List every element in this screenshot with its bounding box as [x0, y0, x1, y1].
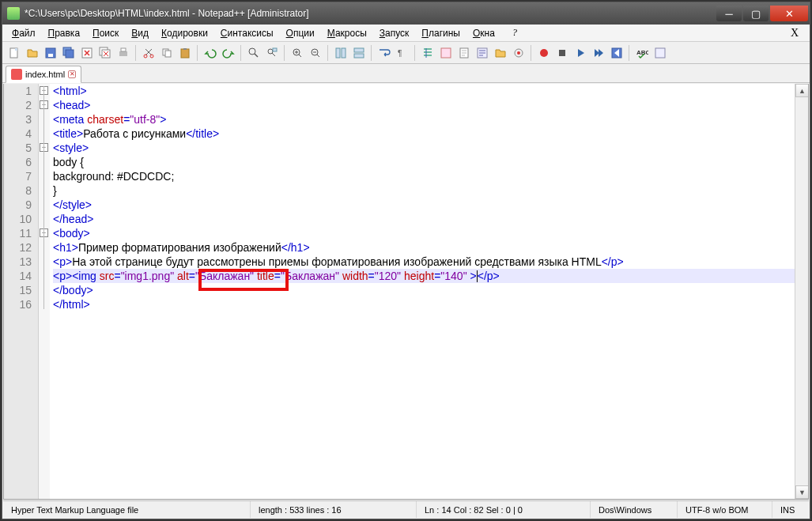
- menu-view[interactable]: Вид: [125, 26, 155, 40]
- sync-h-icon[interactable]: [350, 44, 367, 61]
- svg-text:¶: ¶: [398, 49, 402, 58]
- settings-icon[interactable]: [651, 44, 668, 61]
- statusbar: Hyper Text Markup Language file length :…: [3, 500, 809, 518]
- line-number-gutter: 12345678910111213141516: [4, 84, 39, 499]
- save-icon[interactable]: [42, 44, 59, 61]
- menu-edit[interactable]: Правка: [42, 26, 87, 40]
- play-multi-icon[interactable]: [590, 44, 606, 61]
- close-all-icon[interactable]: [96, 44, 113, 61]
- tabstrip: index.html ✕: [2, 64, 810, 83]
- svg-rect-14: [165, 51, 171, 57]
- copy-icon[interactable]: [158, 44, 175, 61]
- status-position: Ln : 14 Col : 82 Sel : 0 | 0: [417, 501, 591, 518]
- svg-rect-33: [559, 50, 565, 56]
- replace-icon[interactable]: [263, 44, 280, 61]
- sync-v-icon[interactable]: [332, 44, 349, 61]
- doc-map-icon[interactable]: [455, 44, 472, 61]
- svg-point-31: [517, 51, 520, 55]
- svg-rect-3: [48, 54, 53, 57]
- svg-rect-15: [181, 49, 189, 58]
- menu-settings[interactable]: Опции: [280, 26, 321, 40]
- status-eol: Dos\Windows: [591, 501, 678, 518]
- file-modified-icon: [11, 69, 22, 80]
- save-macro-icon[interactable]: [608, 44, 625, 61]
- svg-point-17: [249, 48, 255, 55]
- menu-plugins[interactable]: Плагины: [415, 26, 466, 40]
- editor[interactable]: 12345678910111213141516 −−−− <html><head…: [3, 84, 809, 500]
- svg-rect-5: [66, 50, 74, 58]
- tab-label: index.html: [25, 70, 65, 79]
- svg-rect-16: [183, 48, 187, 50]
- titlebar: *C:\Users\pc\Desktop\HTML\index.html - N…: [2, 2, 810, 25]
- window-title: *C:\Users\pc\Desktop\HTML\index.html - N…: [25, 8, 716, 19]
- menu-x-icon[interactable]: X: [783, 25, 806, 41]
- minimize-button[interactable]: ─: [716, 6, 742, 21]
- zoom-out-icon[interactable]: [307, 44, 323, 61]
- play-icon[interactable]: [572, 44, 588, 61]
- tab-index-html[interactable]: index.html ✕: [6, 66, 81, 83]
- svg-rect-23: [342, 48, 346, 58]
- find-icon[interactable]: [245, 44, 262, 61]
- code-area[interactable]: <html><head><meta charset="utf-8"><title…: [50, 84, 808, 499]
- svg-rect-36: [655, 48, 665, 58]
- wrap-icon[interactable]: [376, 44, 392, 61]
- svg-rect-10: [121, 48, 126, 51]
- toolbar: ¶ ABC: [2, 42, 810, 64]
- svg-rect-25: [354, 54, 364, 58]
- spellcheck-icon[interactable]: ABC: [633, 44, 650, 61]
- indent-guide-icon[interactable]: [419, 44, 436, 61]
- menu-file[interactable]: Файл: [6, 26, 42, 40]
- svg-point-32: [540, 49, 548, 57]
- menubar: Файл Правка Поиск Вид Кодировки Синтакси…: [2, 25, 810, 42]
- svg-rect-22: [336, 48, 340, 58]
- status-language: Hyper Text Markup Language file: [3, 501, 251, 518]
- status-insert-mode: INS: [772, 501, 809, 518]
- menu-run[interactable]: Запуск: [373, 26, 416, 40]
- fold-margin[interactable]: −−−−: [39, 84, 50, 499]
- close-file-icon[interactable]: [78, 44, 95, 61]
- zoom-in-icon[interactable]: [289, 44, 305, 61]
- tab-close-icon[interactable]: ✕: [68, 70, 76, 78]
- monitoring-icon[interactable]: [510, 44, 527, 61]
- undo-icon[interactable]: [202, 44, 218, 61]
- all-chars-icon[interactable]: ¶: [394, 44, 410, 61]
- vertical-scrollbar[interactable]: ▲ ▼: [795, 84, 808, 499]
- scroll-down-icon[interactable]: ▼: [795, 485, 809, 499]
- svg-rect-19: [273, 48, 277, 51]
- menu-encoding[interactable]: Кодировки: [155, 26, 214, 40]
- menu-help[interactable]: ?: [506, 25, 523, 40]
- menu-window[interactable]: Окна: [466, 26, 501, 40]
- menu-macro[interactable]: Макросы: [321, 26, 373, 40]
- new-file-icon[interactable]: [6, 44, 22, 61]
- status-encoding: UTF-8 w/o BOM: [678, 501, 772, 518]
- close-button[interactable]: ✕: [770, 6, 808, 21]
- open-file-icon[interactable]: [24, 44, 40, 61]
- paste-icon[interactable]: [176, 44, 193, 61]
- stop-icon[interactable]: [553, 44, 570, 61]
- cut-icon[interactable]: [140, 44, 157, 61]
- redo-icon[interactable]: [220, 44, 236, 61]
- print-icon[interactable]: [115, 44, 131, 61]
- menu-language[interactable]: Синтаксисы: [214, 26, 280, 40]
- scroll-up-icon[interactable]: ▲: [795, 84, 809, 97]
- svg-rect-24: [354, 48, 364, 52]
- svg-rect-9: [119, 51, 127, 56]
- func-list-icon[interactable]: [474, 44, 490, 61]
- svg-rect-1: [15, 48, 17, 51]
- menu-search[interactable]: Поиск: [86, 26, 125, 40]
- app-icon: [7, 7, 20, 20]
- record-icon[interactable]: [535, 44, 552, 61]
- maximize-button[interactable]: ▢: [743, 6, 769, 21]
- status-length: length : 533 lines : 16: [251, 501, 417, 518]
- folder-panel-icon[interactable]: [492, 44, 508, 61]
- svg-rect-27: [441, 48, 451, 58]
- save-all-icon[interactable]: [60, 44, 77, 61]
- ud-lang-icon[interactable]: [437, 44, 454, 61]
